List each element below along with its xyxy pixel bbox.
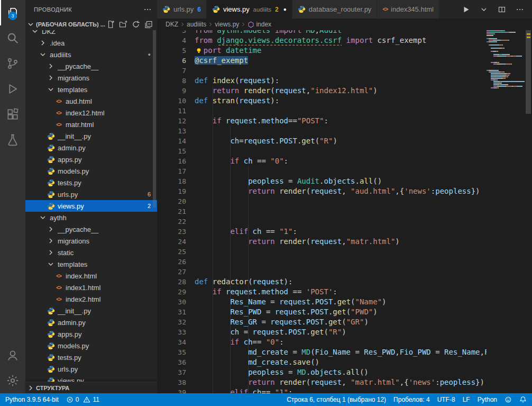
- activity-source-control[interactable]: [0, 51, 25, 76]
- line-number[interactable]: 14: [157, 136, 186, 146]
- code-line-6[interactable]: 6@csrf_exempt: [157, 56, 487, 66]
- code-line-26[interactable]: 26: [157, 257, 487, 267]
- line-number[interactable]: 29: [157, 287, 186, 297]
- code-line-15[interactable]: 15: [157, 146, 487, 156]
- line-number[interactable]: 6: [157, 56, 186, 66]
- tree-item-views.py[interactable]: views.py: [25, 375, 157, 382]
- tab-index345.html[interactable]: <>index345.html: [377, 0, 439, 19]
- code-line-25[interactable]: 25: [157, 247, 487, 257]
- status-encoding[interactable]: UTF-8: [437, 396, 455, 403]
- line-number[interactable]: 15: [157, 146, 186, 156]
- activity-run-and-debug[interactable]: [0, 76, 25, 102]
- code-line-31[interactable]: 31 Res_PWD = request.POST.get("PWD"): [157, 307, 487, 317]
- line-number[interactable]: 5: [157, 46, 186, 56]
- code-line-7[interactable]: 7: [157, 66, 487, 76]
- line-number[interactable]: 7: [157, 66, 186, 76]
- code-line-8[interactable]: 8def index(request):: [157, 76, 487, 86]
- chevron-down-icon[interactable]: [478, 4, 490, 15]
- line-number[interactable]: 34: [157, 337, 186, 347]
- code-line-5[interactable]: 5import datetime: [157, 46, 487, 56]
- activity-testing[interactable]: [0, 127, 25, 152]
- ellipsis-icon[interactable]: [514, 4, 526, 15]
- tree-item-migrations[interactable]: migrations: [25, 235, 157, 247]
- code-line-19[interactable]: 19 return render(request, "aud.html",{'n…: [157, 186, 487, 196]
- tree-item-templates[interactable]: templates: [25, 258, 157, 270]
- code-line-18[interactable]: 18 peopless = Audit.objects.all(): [157, 176, 487, 186]
- code-line-12[interactable]: 12 if request.method=="POST":: [157, 116, 487, 126]
- line-number[interactable]: 16: [157, 156, 186, 166]
- line-number[interactable]: 27: [157, 267, 186, 277]
- code-line-28[interactable]: 28def redactor(request):: [157, 277, 487, 287]
- tree-item-audiiits[interactable]: audiiits●: [25, 49, 157, 60]
- line-number[interactable]: 36: [157, 357, 186, 367]
- code-line-30[interactable]: 30 Res_Name = request.POST.get("Name"): [157, 297, 487, 307]
- tree-item-views.py[interactable]: views.py2: [25, 200, 157, 212]
- status-notifications[interactable]: [519, 396, 527, 403]
- minimap[interactable]: [487, 30, 525, 89]
- breadcrumb-item-DKZ[interactable]: DKZ: [166, 21, 178, 28]
- tree-item-__pycache__[interactable]: __pycache__: [25, 223, 157, 235]
- tree-item-.idea[interactable]: .idea: [25, 37, 157, 49]
- code-line-21[interactable]: 21: [157, 206, 487, 216]
- code-line-9[interactable]: 9 return render(request,"index12.html"): [157, 86, 487, 96]
- code-line-32[interactable]: 32 Res_GR = request.POST.get("GR"): [157, 317, 487, 327]
- line-number[interactable]: 11: [157, 106, 186, 116]
- code-line-10[interactable]: 10def stran(request):: [157, 96, 487, 106]
- line-number[interactable]: 10: [157, 96, 186, 106]
- scrollbar-thumb[interactable]: [526, 30, 531, 114]
- code-line-4[interactable]: 4from django.views.decorators.csrf impor…: [157, 35, 487, 46]
- tree-item-models.py[interactable]: models.py: [25, 165, 157, 177]
- tree-item-apps.py[interactable]: apps.py: [25, 328, 157, 340]
- line-number[interactable]: 38: [157, 377, 186, 387]
- code-line-22[interactable]: 22: [157, 216, 487, 227]
- editor-scrollbar[interactable]: [525, 30, 532, 393]
- tab-urls.py[interactable]: urls.py6: [157, 0, 207, 19]
- status-cursor-position[interactable]: Строка 6, столбец 1 (выбрано 12): [287, 396, 386, 403]
- code-line-34[interactable]: 34 if ch== "0":: [157, 337, 487, 347]
- status-problems[interactable]: 011: [66, 396, 99, 403]
- activity-search[interactable]: [0, 25, 25, 51]
- code-line-11[interactable]: 11: [157, 106, 487, 116]
- tab-database_roouter.py[interactable]: database_roouter.py: [292, 0, 378, 19]
- tree-item-index1.html[interactable]: <>index1.html: [25, 282, 157, 293]
- line-number[interactable]: 28: [157, 277, 186, 287]
- status-feedback[interactable]: [505, 396, 512, 403]
- code-line-36[interactable]: 36 md_create.save(): [157, 357, 487, 367]
- line-number[interactable]: 25: [157, 247, 186, 257]
- line-number[interactable]: 23: [157, 227, 186, 237]
- line-number[interactable]: 19: [157, 186, 186, 196]
- tree-item-urls.py[interactable]: urls.py: [25, 363, 157, 375]
- breadcrumb-item-audiiits[interactable]: audiiits: [187, 21, 206, 28]
- tree-item-matr.html[interactable]: <>matr.html: [25, 119, 157, 130]
- code-line-23[interactable]: 23 elif ch == "1":: [157, 227, 487, 237]
- tree-item-apps.py[interactable]: apps.py: [25, 154, 157, 165]
- code-line-35[interactable]: 35 md_create = MD(Fio_Name = Res_PWD,Fio…: [157, 347, 487, 357]
- code-editor[interactable]: 3from aythh.models import MD,Audit4from …: [157, 30, 532, 393]
- code-line-3[interactable]: 3from aythh.models import MD,Audit: [157, 30, 487, 35]
- tree-item-DKZ[interactable]: DKZ: [25, 30, 157, 37]
- sidebar-scrollbar[interactable]: [153, 30, 156, 207]
- status-indentation[interactable]: Пробелов: 4: [393, 396, 430, 403]
- status-python-version[interactable]: Python 3.9.5 64-bit: [5, 396, 59, 403]
- tree-item-__pycache__[interactable]: __pycache__: [25, 60, 157, 72]
- line-number[interactable]: 9: [157, 86, 186, 96]
- tree-item-tests.py[interactable]: tests.py: [25, 177, 157, 188]
- more-actions-icon[interactable]: [142, 4, 153, 15]
- line-number[interactable]: 18: [157, 176, 186, 186]
- line-number[interactable]: 24: [157, 237, 186, 247]
- activity-settings-gear[interactable]: [0, 368, 25, 393]
- status-eol[interactable]: LF: [463, 396, 470, 403]
- line-number[interactable]: 13: [157, 126, 186, 136]
- code-line-17[interactable]: 17: [157, 166, 487, 176]
- code-line-37[interactable]: 37 peopless = MD.objects.all(): [157, 367, 487, 377]
- outline-section-header[interactable]: СТРУКТУРА: [25, 382, 157, 393]
- refresh-icon[interactable]: [131, 19, 141, 30]
- line-number[interactable]: 20: [157, 196, 186, 206]
- tree-item-index12.html[interactable]: <>index12.html: [25, 107, 157, 119]
- tree-item-tests.py[interactable]: tests.py: [25, 351, 157, 363]
- line-number[interactable]: 8: [157, 76, 186, 86]
- tree-item-static[interactable]: static: [25, 247, 157, 258]
- code-line-13[interactable]: 13: [157, 126, 487, 136]
- tree-item-index.html[interactable]: <>index.html: [25, 270, 157, 282]
- code-line-38[interactable]: 38 return render(request, "matr.html",{'…: [157, 377, 487, 387]
